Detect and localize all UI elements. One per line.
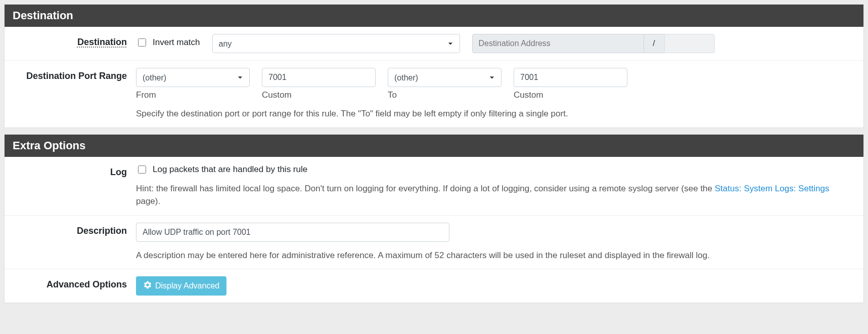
port-from-sublabel: From: [136, 90, 250, 100]
destination-address-group: /: [472, 34, 715, 53]
port-to-select[interactable]: (other): [388, 68, 501, 87]
destination-panel: Destination Destination Invert match any…: [4, 4, 864, 128]
destination-header: Destination: [5, 5, 863, 27]
invert-match-wrapper[interactable]: Invert match: [136, 34, 200, 48]
advanced-options-label: Advanced Options: [5, 276, 136, 290]
log-label: Log: [5, 164, 136, 178]
destination-type-select[interactable]: any: [212, 34, 460, 53]
system-logs-link[interactable]: Status: System Logs: Settings: [715, 184, 830, 193]
log-help: Hint: the firewall has limited local log…: [136, 182, 855, 208]
mask-slash: /: [644, 34, 664, 53]
log-checkbox-label: Log packets that are handled by this rul…: [153, 164, 307, 175]
description-help: A description may be entered here for ad…: [136, 249, 855, 262]
port-from-custom-sublabel: Custom: [262, 90, 376, 100]
gear-icon: [143, 280, 152, 291]
destination-port-range-row: Destination Port Range (other) From Cust…: [5, 61, 863, 128]
port-to-custom-input[interactable]: [514, 68, 627, 87]
port-from-select[interactable]: (other): [136, 68, 250, 87]
log-checkbox[interactable]: [138, 165, 146, 174]
display-advanced-button[interactable]: Display Advanced: [136, 276, 226, 296]
destination-row: Destination Invert match any /: [5, 27, 863, 61]
description-input[interactable]: [136, 223, 449, 242]
log-row: Log Log packets that are handled by this…: [5, 157, 863, 216]
port-to-sublabel: To: [388, 90, 501, 100]
extra-options-panel: Extra Options Log Log packets that are h…: [4, 134, 864, 304]
port-range-help: Specify the destination port or port ran…: [136, 107, 855, 120]
advanced-options-row: Advanced Options Display Advanced: [5, 269, 863, 303]
description-label: Description: [5, 223, 136, 236]
port-to-custom-sublabel: Custom: [514, 90, 627, 100]
destination-label: Destination: [77, 37, 127, 47]
invert-match-label: Invert match: [153, 37, 200, 48]
destination-port-range-label: Destination Port Range: [5, 68, 136, 81]
description-row: Description A description may be entered…: [5, 216, 863, 270]
extra-options-header: Extra Options: [5, 135, 863, 157]
display-advanced-label: Display Advanced: [155, 281, 219, 290]
invert-match-checkbox[interactable]: [138, 38, 146, 47]
port-from-custom-input[interactable]: [262, 68, 376, 87]
destination-mask-select: [664, 34, 715, 53]
log-checkbox-wrapper[interactable]: Log packets that are handled by this rul…: [136, 164, 855, 175]
destination-address-input: [472, 34, 644, 53]
